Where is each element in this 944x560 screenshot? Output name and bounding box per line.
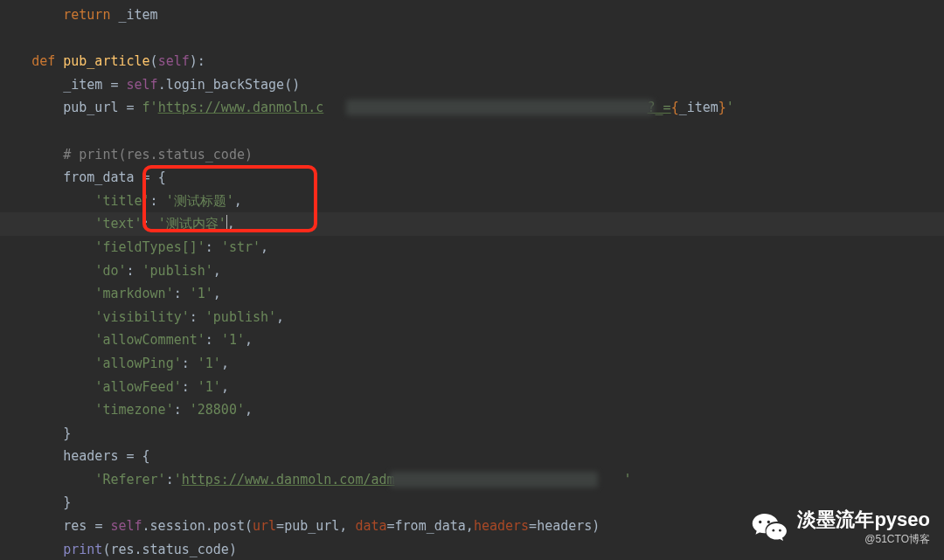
dict-value: 'str' (221, 239, 260, 255)
code-line[interactable]: 'allowPing': '1', (0, 352, 944, 376)
code-line[interactable]: headers = { (0, 445, 944, 468)
dict-value: '1' (190, 286, 213, 301)
dict-key: 'timezone' (94, 402, 173, 418)
builtin-print: print (63, 542, 102, 557)
dict-key: 'allowPing' (94, 356, 181, 371)
code-line[interactable]: _item = self.login_backStage() (0, 73, 944, 97)
comment: # print(res.status_code) (63, 147, 253, 162)
url-literal: https://www.danmoln.c (158, 100, 324, 115)
dict-key: 'text' (94, 216, 142, 232)
dict-key: 'markdown' (94, 286, 173, 301)
code-line[interactable]: # print(res.status_code) (0, 143, 944, 167)
code-line[interactable]: 'Referer':'https://www.danmoln.com/adm ' (0, 468, 944, 492)
code-line[interactable]: 'timezone': '28800', (0, 398, 944, 422)
code-line-blank[interactable] (0, 27, 944, 51)
dict-value: '1' (198, 356, 221, 371)
identifier: _item (118, 7, 157, 23)
dict-value: '1' (221, 332, 245, 348)
keyword-def: def (31, 53, 55, 69)
dict-key: 'visibility' (94, 309, 189, 325)
code-editor[interactable]: return _item def pub_article(self): _ite… (0, 0, 944, 560)
dict-key: 'allowComment' (94, 332, 205, 348)
dict-key: 'Referer' (94, 472, 165, 487)
code-line[interactable]: } (0, 491, 944, 515)
dict-value: '28800' (190, 402, 245, 418)
dict-key: 'allowFeed' (94, 379, 181, 395)
code-line-current[interactable]: 'text': '测试内容', (0, 212, 944, 236)
code-line[interactable]: print(res.status_code) (0, 538, 944, 560)
code-line-blank[interactable] (0, 120, 944, 143)
code-line[interactable]: 'allowFeed': '1', (0, 376, 944, 399)
dict-key: 'fieldTypes[]' (94, 239, 205, 255)
self-param: self (158, 53, 190, 69)
dict-value: '测试内容' (158, 216, 226, 232)
code-line[interactable]: def pub_article(self): (0, 50, 944, 73)
dict-key: 'do' (94, 263, 126, 279)
dict-value: '测试标题' (166, 193, 234, 209)
code-line[interactable]: pub_url = f'https://www.danmoln.c ?_={_i… (0, 96, 944, 120)
code-line[interactable]: 'visibility': 'publish', (0, 306, 944, 329)
dict-key: 'title' (94, 193, 149, 209)
code-line[interactable]: res = self.session.post(url=pub_url, dat… (0, 515, 944, 538)
code-line[interactable]: 'title': '测试标题', (0, 190, 944, 213)
code-line[interactable]: 'fieldTypes[]': 'str', (0, 236, 944, 259)
dict-value: 'publish' (142, 263, 213, 279)
code-line[interactable]: } (0, 422, 944, 446)
code-line[interactable]: from_data = { (0, 166, 944, 190)
url-literal: https://www.danmoln.com/adm (182, 472, 395, 487)
function-name: pub_article (63, 53, 149, 69)
code-line[interactable]: 'markdown': '1', (0, 282, 944, 306)
keyword-return: return (63, 7, 110, 23)
code-line[interactable]: 'do': 'publish', (0, 259, 944, 283)
code-line[interactable]: return _item (0, 3, 944, 27)
dict-value: '1' (198, 379, 221, 395)
code-line[interactable]: 'allowComment': '1', (0, 328, 944, 352)
dict-value: 'publish' (205, 309, 276, 325)
